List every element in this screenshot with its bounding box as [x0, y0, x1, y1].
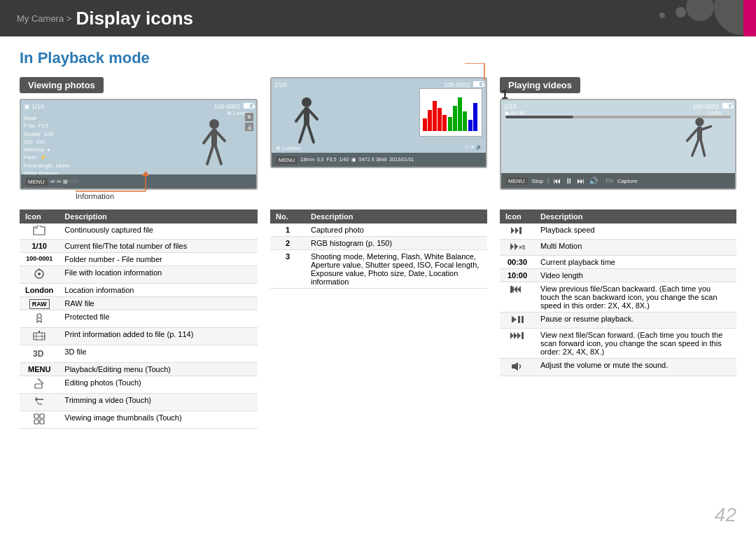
magenta-accent — [743, 0, 756, 36]
svg-line-14 — [308, 125, 314, 142]
vid-pause-btn[interactable]: ⏸ — [565, 177, 573, 185]
table-row: Print information added to file (p. 114) — [20, 328, 258, 345]
histogram-area — [419, 88, 482, 137]
svg-line-12 — [309, 111, 317, 119]
desc-cell: Viewing image thumbnails (Touch) — [59, 411, 258, 429]
viewing-photos-table: Icon Description Continuously captured f… — [20, 209, 258, 429]
svg-line-33 — [701, 140, 704, 156]
no-cell: 3 — [270, 250, 305, 289]
desc-cell: Shooting mode, Metering, Flash, White Ba… — [305, 250, 487, 289]
desc-cell: RAW file — [59, 297, 258, 310]
table-row: 00:30 Current playback time — [500, 256, 736, 269]
no-table-body: 1 Captured photo 2 RGB histogram (p. 150… — [270, 224, 487, 289]
icon-cell — [500, 282, 535, 312]
svg-marker-63 — [512, 316, 517, 323]
table-row: 3D 3D file — [20, 345, 258, 363]
menu-btn-mid[interactable]: MENU — [276, 156, 298, 164]
no-cell: 2 — [270, 237, 305, 250]
cam-bottom-bar-mid: MENU 18mm 0.0 F3.5 1/40 ▣ 5472 X 3848 20… — [272, 153, 486, 167]
table-row: Protected file — [20, 310, 258, 328]
desc-cell: RGB histogram (p. 150) — [305, 237, 487, 250]
video-menu-btn[interactable]: MENU — [505, 177, 528, 185]
desc-cell: Trimming a video (Touch) — [59, 394, 258, 411]
no-table: No. Description 1 Captured photo 2 RGB h… — [270, 209, 487, 289]
table-row: File with location information — [20, 266, 258, 284]
svg-marker-70 — [512, 362, 518, 371]
desc-cell: Editing photos (Touch) — [59, 376, 258, 394]
tables-row: Icon Description Continuously captured f… — [20, 209, 736, 429]
table-row: ×5 Multi Motion — [500, 240, 736, 256]
desc-cell: Captured photo — [305, 224, 487, 237]
info-label-container: Information — [20, 191, 258, 201]
cam-icon-1: ⊕ — [245, 113, 253, 121]
icon-cell — [500, 312, 535, 329]
svg-text:3D: 3D — [33, 349, 44, 359]
cam-top-bar-video: 1/10 100-0001 — [504, 103, 732, 110]
desc-cell: Print information added to file (p. 114) — [59, 328, 258, 345]
svg-marker-57 — [514, 243, 518, 250]
svg-point-9 — [302, 97, 312, 107]
table-row: Viewing image thumbnails (Touch) — [20, 411, 258, 429]
svg-rect-49 — [34, 414, 38, 418]
vid-fn-sep: Fn — [606, 177, 613, 184]
vid-volume-btn[interactable]: 🔊 — [589, 177, 598, 186]
svg-rect-29 — [697, 126, 702, 140]
video-progress-fill — [505, 116, 573, 118]
svg-rect-65 — [522, 316, 524, 323]
menu-btn-left[interactable]: MENU — [25, 178, 48, 186]
cam-folder: 100-0001 — [214, 103, 253, 110]
vid-file-count: 1/10 — [504, 103, 517, 110]
icon-cell — [20, 376, 59, 394]
desc-cell: Location information — [59, 284, 258, 297]
table-row: 10:00 Video length — [500, 269, 736, 282]
camera-screen-mid: 1/10 100-0001 — [270, 77, 487, 168]
th-icon-left: Icon — [20, 209, 59, 224]
svg-line-2 — [204, 132, 211, 143]
table-row: Editing photos (Touch) — [20, 376, 258, 394]
playing-videos-header: Playing videos — [500, 77, 580, 93]
table-row: MENU Playback/Editing menu (Touch) — [20, 363, 258, 376]
svg-rect-69 — [522, 332, 524, 339]
svg-line-4 — [207, 146, 213, 164]
th-icon-right: Icon — [500, 209, 535, 224]
icon-cell: London — [20, 284, 59, 297]
cam-icon-2: 🖨 — [245, 123, 253, 131]
svg-point-0 — [209, 119, 219, 129]
svg-rect-52 — [40, 420, 44, 424]
vid-capture-label: Capture — [617, 178, 637, 184]
vid-rewind-btn[interactable]: ⏮ — [553, 177, 561, 185]
icon-cell: 1/10 — [20, 240, 59, 253]
table-row: Playback speed — [500, 224, 736, 240]
svg-rect-18 — [438, 108, 442, 131]
th-desc-mid: Description — [305, 209, 487, 224]
svg-marker-8 — [142, 171, 149, 176]
svg-rect-34 — [35, 227, 37, 229]
video-table-body: Playback speed ×5 Multi Motion 00:30 Cur… — [500, 224, 736, 376]
icon-cell — [500, 359, 535, 376]
desc-cell: Protected file — [59, 310, 258, 328]
th-desc-left: Description — [59, 209, 258, 224]
icon-cell — [20, 266, 59, 284]
header: My Camera > Display icons — [0, 0, 756, 36]
svg-line-3 — [217, 132, 225, 141]
th-no: No. — [270, 209, 305, 224]
icon-cell — [20, 224, 59, 240]
svg-marker-67 — [514, 332, 517, 339]
dancer-silhouette-video — [679, 117, 714, 173]
svg-line-32 — [692, 140, 699, 156]
desc-cell: View next file/Scan forward. (Each time … — [535, 329, 736, 359]
vid-folder: 100-0001 — [692, 103, 732, 110]
svg-text:×5: ×5 — [519, 244, 525, 251]
svg-rect-24 — [468, 120, 472, 131]
desc-cell: Current file/The total number of files — [59, 240, 258, 253]
table-row: Pause or resume playback. — [500, 312, 736, 329]
mid-file-count: 1/10 — [274, 81, 287, 88]
desc-cell: Playback speed — [535, 224, 736, 240]
icon-cell: 00:30 — [500, 256, 535, 269]
table-row: London Location information — [20, 284, 258, 297]
mid-location: ⊕ London — [276, 145, 301, 151]
desc-cell: Multi Motion — [535, 240, 736, 256]
vid-forward-btn[interactable]: ⏭ — [577, 177, 584, 185]
svg-marker-62 — [517, 286, 521, 293]
svg-point-38 — [37, 314, 41, 318]
